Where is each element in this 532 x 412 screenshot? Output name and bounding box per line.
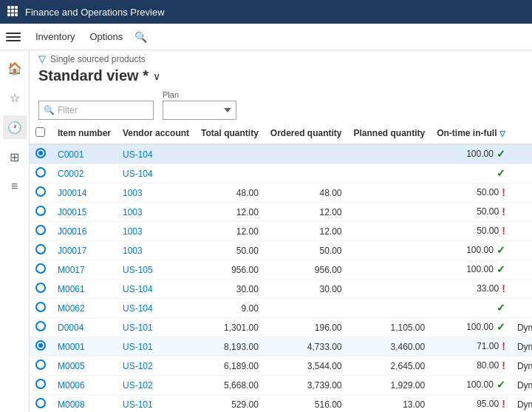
nav-bar: Inventory Options 🔍 [0, 24, 532, 50]
row-selector[interactable] [30, 203, 52, 222]
sidebar-star-icon[interactable]: ☆ [3, 86, 27, 109]
ordered-quantity-cell: 956.00 [265, 260, 348, 280]
on-time-in-full-cell: 100.00✓ [431, 241, 511, 259]
row-selector[interactable] [30, 376, 52, 395]
check-icon: ✓ [497, 244, 505, 256]
nav-options[interactable]: Options [83, 28, 129, 45]
vendor-account-cell[interactable]: US-104 [117, 280, 195, 299]
item-number-cell[interactable]: M0008 [52, 395, 117, 413]
item-number-cell[interactable]: M0062 [52, 299, 117, 318]
row-selector[interactable] [30, 164, 52, 183]
item-number-cell[interactable]: C0002 [52, 164, 117, 183]
item-number-cell[interactable]: D0004 [52, 318, 117, 337]
exclaim-icon: ! [502, 206, 505, 217]
filter-input[interactable]: 🔍 Filter [38, 101, 154, 120]
plan-select[interactable]: DynPlan [163, 101, 236, 120]
vendor-account-cell[interactable]: US-104 [117, 164, 195, 183]
radio-circle[interactable] [35, 263, 46, 274]
plan-cell: DynPlan [511, 395, 532, 413]
item-number-cell[interactable]: M0006 [52, 376, 117, 395]
vendor-account-cell[interactable]: US-102 [117, 357, 195, 376]
item-number-cell[interactable]: M0001 [52, 337, 117, 357]
select-all-checkbox[interactable] [35, 127, 45, 137]
plan-group: Plan DynPlan [163, 90, 236, 120]
radio-circle[interactable] [35, 283, 46, 293]
item-number-cell[interactable]: C0001 [52, 144, 117, 164]
toolbar: 🔍 Filter Plan DynPlan [30, 87, 532, 123]
vendor-account-cell[interactable]: US-104 [117, 144, 195, 164]
vendor-account-cell[interactable]: US-101 [117, 337, 195, 357]
sidebar-clock-icon[interactable]: 🕐 [3, 115, 27, 139]
th-total-quantity[interactable]: Total quantity [195, 123, 265, 144]
plan-cell [511, 222, 532, 241]
th-on-time-in-full[interactable]: On-time in-full ▽ [431, 123, 511, 144]
row-selector[interactable] [30, 395, 52, 413]
th-checkbox[interactable] [30, 123, 52, 144]
radio-circle[interactable] [35, 340, 46, 351]
row-selector[interactable] [30, 144, 52, 164]
view-chevron-icon[interactable]: ∨ [153, 70, 160, 82]
vendor-account-cell[interactable]: US-104 [117, 299, 195, 318]
exclaim-icon: ! [502, 398, 505, 410]
exclaim-icon: ! [502, 225, 505, 237]
row-selector[interactable] [30, 318, 52, 337]
sidebar-grid-icon[interactable]: ⊞ [3, 145, 27, 169]
vendor-account-cell[interactable]: US-105 [117, 260, 195, 280]
hamburger-menu[interactable] [6, 30, 21, 44]
on-time-value: 50.00 [477, 226, 499, 236]
vendor-account-cell[interactable]: US-101 [117, 318, 195, 337]
radio-circle[interactable] [35, 167, 46, 178]
vendor-account-cell[interactable]: US-102 [117, 376, 195, 395]
radio-circle[interactable] [35, 359, 46, 370]
row-selector[interactable] [30, 299, 52, 318]
item-number-cell[interactable]: M0005 [52, 357, 117, 376]
item-number-cell[interactable]: J00015 [52, 203, 117, 222]
row-selector[interactable] [30, 280, 52, 299]
radio-circle[interactable] [35, 225, 46, 235]
radio-circle[interactable] [35, 244, 46, 254]
on-time-value: 100.00 [466, 322, 494, 332]
vendor-account-cell[interactable]: 1003 [117, 241, 195, 260]
item-number-cell[interactable]: J00017 [52, 241, 117, 260]
plan-cell [511, 144, 532, 164]
vendor-account-cell[interactable]: 1003 [117, 222, 195, 241]
item-number-cell[interactable]: M0061 [52, 280, 117, 299]
row-selector[interactable] [30, 357, 52, 376]
on-time-in-full-cell: 100.00✓ [431, 376, 511, 394]
radio-circle[interactable] [35, 302, 46, 312]
radio-circle[interactable] [35, 321, 46, 331]
on-time-in-full-cell: 100.00✓ [431, 145, 511, 163]
page-title: Standard view * [38, 67, 149, 84]
item-number-cell[interactable]: J00016 [52, 222, 117, 241]
th-ordered-quantity[interactable]: Ordered quantity [265, 123, 348, 144]
table-row: C0001US-104100.00✓ [30, 144, 532, 164]
check-icon: ✓ [497, 321, 505, 333]
on-time-value: 100.00 [466, 245, 494, 255]
vendor-account-cell[interactable]: US-101 [117, 395, 195, 413]
th-filter-icon[interactable]: ▽ [499, 129, 505, 138]
radio-circle[interactable] [35, 186, 46, 197]
radio-circle[interactable] [35, 379, 46, 389]
row-selector[interactable] [30, 260, 52, 280]
ordered-quantity-cell: 3,544.00 [265, 357, 348, 376]
row-selector[interactable] [30, 183, 52, 203]
sidebar-home-icon[interactable]: 🏠 [3, 56, 27, 80]
th-vendor-account[interactable]: Vendor account [117, 123, 195, 144]
vendor-account-cell[interactable]: 1003 [117, 183, 195, 203]
row-selector[interactable] [30, 222, 52, 241]
row-selector[interactable] [30, 241, 52, 260]
th-item-number[interactable]: Item number [52, 123, 117, 144]
exclaim-icon: ! [502, 359, 505, 371]
sidebar-list-icon[interactable]: ≡ [3, 175, 27, 198]
nav-inventory[interactable]: Inventory [30, 28, 81, 45]
radio-circle[interactable] [35, 398, 46, 408]
nav-search-icon[interactable]: 🔍 [134, 31, 147, 43]
th-planned-quantity[interactable]: Planned quantity [348, 123, 432, 144]
item-number-cell[interactable]: J00014 [52, 183, 117, 203]
th-plan[interactable]: Plan [511, 123, 532, 144]
radio-circle[interactable] [35, 206, 46, 216]
vendor-account-cell[interactable]: 1003 [117, 203, 195, 222]
radio-circle[interactable] [35, 148, 46, 158]
item-number-cell[interactable]: M0017 [52, 260, 117, 280]
row-selector[interactable] [30, 337, 52, 357]
